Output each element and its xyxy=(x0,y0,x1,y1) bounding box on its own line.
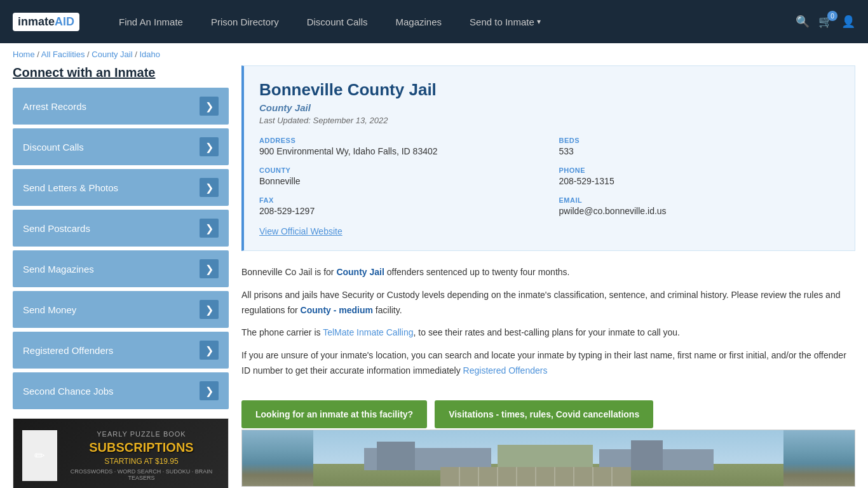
fax-value: 208-529-1297 xyxy=(259,206,540,216)
ad-content: ✏ YEARLY PUZZLE BOOK SUBSCRIPTIONS START… xyxy=(13,419,228,488)
logo-text: inmateAID xyxy=(18,15,74,29)
sidebar-title: Connect with an Inmate xyxy=(13,65,229,80)
cart-badge: 0 xyxy=(827,11,837,21)
sidebar-arrow-send-postcards: ❯ xyxy=(200,219,219,238)
user-icon: 👤 xyxy=(841,15,855,29)
phone-label: PHONE xyxy=(559,166,840,174)
address-block: ADDRESS 900 Environmental Wy, Idaho Fall… xyxy=(259,137,540,156)
nav-magazines[interactable]: Magazines xyxy=(382,0,456,43)
county-block: COUNTY Bonneville xyxy=(259,166,540,186)
beds-block: BEDS 533 xyxy=(559,137,840,156)
facility-image-svg xyxy=(242,430,855,486)
sidebar-item-send-money[interactable]: Send Money ❯ xyxy=(13,291,229,328)
logo[interactable]: inmateAID xyxy=(13,13,79,31)
sidebar-item-arrest-records[interactable]: Arrest Records ❯ xyxy=(13,88,229,125)
sidebar-arrow-discount-calls: ❯ xyxy=(200,137,219,156)
county-label: COUNTY xyxy=(259,166,540,174)
send-dropdown-arrow: ▾ xyxy=(537,17,541,26)
looking-for-inmate-button[interactable]: Looking for an inmate at this facility? xyxy=(241,400,427,428)
sidebar-arrow-arrest-records: ❯ xyxy=(200,97,219,116)
visitations-button[interactable]: Visitations - times, rules, Covid cancel… xyxy=(435,400,653,428)
search-icon: 🔍 xyxy=(796,15,810,29)
breadcrumb-all-facilities[interactable]: All Facilities xyxy=(41,50,85,59)
sidebar-item-send-letters-photos[interactable]: Send Letters & Photos ❯ xyxy=(13,169,229,206)
logo-aid: AID xyxy=(55,15,74,28)
svg-rect-6 xyxy=(631,440,663,470)
county-value: Bonneville xyxy=(259,176,540,186)
main-navigation: inmateAID Find An Inmate Prison Director… xyxy=(0,0,868,43)
phone-value: 208-529-1315 xyxy=(559,176,840,186)
fax-label: FAX xyxy=(259,196,540,204)
main-content: Bonneville County Jail County Jail Last … xyxy=(241,65,855,488)
sidebar-arrow-send-money: ❯ xyxy=(200,300,219,319)
nav-discount-calls[interactable]: Discount Calls xyxy=(293,0,382,43)
telmate-link[interactable]: TelMate Inmate Calling xyxy=(323,327,413,337)
nav-links: Find An Inmate Prison Directory Discount… xyxy=(105,0,796,43)
email-label: EMAIL xyxy=(559,196,840,204)
facility-description: Bonneville Co Jail is for County Jail of… xyxy=(241,262,855,389)
sidebar-item-label: Send Letters & Photos xyxy=(23,182,118,193)
description-para-3: The phone carrier is TelMate Inmate Call… xyxy=(241,325,855,341)
ad-desc: CROSSWORDS · WORD SEARCH · SUDOKU · BRAI… xyxy=(64,468,219,481)
fax-block: FAX 208-529-1297 xyxy=(259,196,540,216)
facility-image xyxy=(241,430,855,487)
ad-main: SUBSCRIPTIONS xyxy=(64,440,219,454)
registered-offenders-link[interactable]: Registered Offenders xyxy=(463,365,548,376)
nav-icons: 🔍 🛒 0 👤 xyxy=(796,15,855,29)
ad-title: YEARLY PUZZLE BOOK xyxy=(64,430,219,438)
sidebar-item-label: Send Postcards xyxy=(23,223,90,234)
breadcrumb: Home / All Facilities / County Jail / Id… xyxy=(0,43,868,65)
sidebar-item-label: Discount Calls xyxy=(23,142,84,152)
user-button[interactable]: 👤 xyxy=(841,15,855,29)
facility-details: ADDRESS 900 Environmental Wy, Idaho Fall… xyxy=(259,137,839,216)
county-medium-link[interactable]: County - medium xyxy=(301,305,373,315)
sidebar-item-label: Send Magazines xyxy=(23,264,94,274)
address-label: ADDRESS xyxy=(259,137,540,144)
beds-label: BEDS xyxy=(559,137,840,144)
nav-find-inmate[interactable]: Find An Inmate xyxy=(105,0,197,43)
sidebar-item-second-chance-jobs[interactable]: Second Chance Jobs ❯ xyxy=(13,372,229,409)
sidebar-item-label: Second Chance Jobs xyxy=(23,386,114,396)
official-website-link[interactable]: View Official Website xyxy=(259,226,342,236)
sidebar: Connect with an Inmate Arrest Records ❯ … xyxy=(13,65,229,488)
sidebar-item-label: Registered Offenders xyxy=(23,345,113,356)
breadcrumb-county-jail[interactable]: County Jail xyxy=(92,50,132,59)
facility-type: County Jail xyxy=(259,102,839,113)
sidebar-advertisement[interactable]: ✏ YEARLY PUZZLE BOOK SUBSCRIPTIONS START… xyxy=(13,418,229,488)
address-value: 900 Environmental Wy, Idaho Falls, ID 83… xyxy=(259,146,540,156)
ad-sub: STARTING AT $19.95 xyxy=(64,457,219,466)
email-block: EMAIL pwilde@co.bonneville.id.us xyxy=(559,196,840,216)
nav-send-to-inmate[interactable]: Send to Inmate ▾ xyxy=(456,0,555,43)
main-layout: Connect with an Inmate Arrest Records ❯ … xyxy=(0,65,868,488)
svg-rect-4 xyxy=(498,445,593,470)
sidebar-item-label: Send Money xyxy=(23,304,76,315)
sidebar-item-registered-offenders[interactable]: Registered Offenders ❯ xyxy=(13,332,229,369)
sidebar-arrow-second-chance-jobs: ❯ xyxy=(200,381,219,400)
sidebar-arrow-registered-offenders: ❯ xyxy=(200,341,219,360)
facility-name: Bonneville County Jail xyxy=(259,80,839,100)
breadcrumb-state[interactable]: Idaho xyxy=(139,50,160,59)
action-buttons: Looking for an inmate at this facility? … xyxy=(241,400,855,428)
sidebar-item-send-magazines[interactable]: Send Magazines ❯ xyxy=(13,250,229,287)
breadcrumb-home[interactable]: Home xyxy=(13,50,35,59)
cart-button[interactable]: 🛒 0 xyxy=(818,15,832,29)
email-value: pwilde@co.bonneville.id.us xyxy=(559,206,840,216)
sidebar-arrow-send-letters: ❯ xyxy=(200,178,219,197)
description-para-4: If you are unsure of your inmate's locat… xyxy=(241,348,855,379)
nav-prison-directory[interactable]: Prison Directory xyxy=(197,0,293,43)
sidebar-item-discount-calls[interactable]: Discount Calls ❯ xyxy=(13,128,229,165)
description-para-2: All prisons and jails have Security or C… xyxy=(241,288,855,318)
facility-last-updated: Last Updated: September 13, 2022 xyxy=(259,116,839,125)
beds-value: 533 xyxy=(559,146,840,156)
county-jail-link-1[interactable]: County Jail xyxy=(336,267,384,277)
facility-card: Bonneville County Jail County Jail Last … xyxy=(241,65,855,251)
sidebar-item-label: Arrest Records xyxy=(23,101,86,112)
phone-block: PHONE 208-529-1315 xyxy=(559,166,840,186)
sidebar-arrow-send-magazines: ❯ xyxy=(200,259,219,278)
sidebar-item-send-postcards[interactable]: Send Postcards ❯ xyxy=(13,210,229,247)
search-button[interactable]: 🔍 xyxy=(796,15,810,29)
svg-rect-3 xyxy=(377,442,415,470)
description-para-1: Bonneville Co Jail is for County Jail of… xyxy=(241,265,855,280)
